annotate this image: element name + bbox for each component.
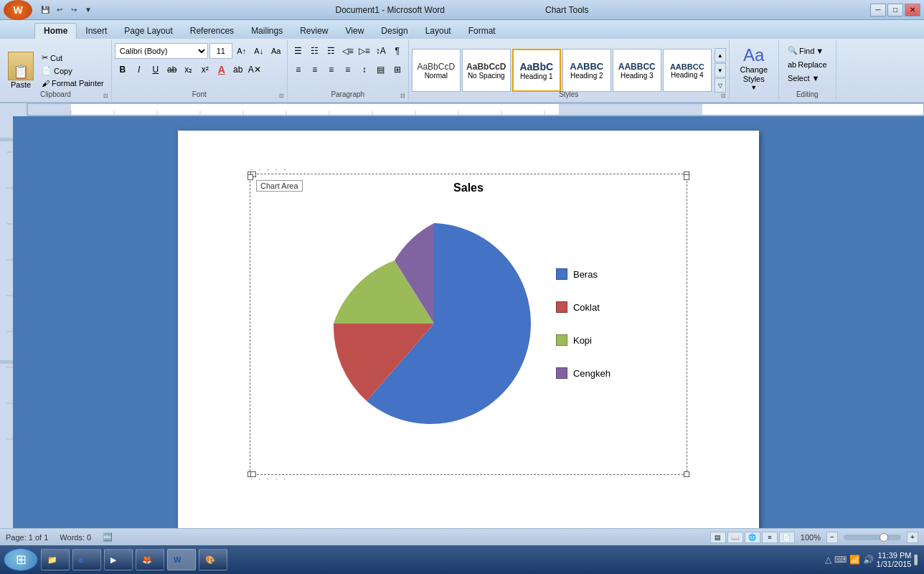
bullets-button[interactable]: ☰ xyxy=(291,43,306,59)
taskbar-word[interactable]: W xyxy=(167,549,196,570)
clear-formatting-button[interactable]: A✕ xyxy=(247,62,263,77)
show-desktop-icon[interactable]: ▌ xyxy=(914,555,920,565)
styles-scroll-up[interactable]: ▲ xyxy=(715,48,726,62)
customize-qa-button[interactable]: ▼ xyxy=(82,4,95,17)
font-name-select[interactable]: Calibri (Body) xyxy=(115,43,208,59)
full-reading-view[interactable]: 📖 xyxy=(727,532,743,543)
style-heading2[interactable]: AABBC Heading 2 xyxy=(562,49,611,92)
style-normal[interactable]: AaBbCcD Normal xyxy=(412,49,461,92)
draft-view[interactable]: 📄 xyxy=(779,532,795,543)
tab-references[interactable]: References xyxy=(182,24,242,39)
maximize-button[interactable]: □ xyxy=(887,4,903,17)
align-left-button[interactable]: ≡ xyxy=(291,62,306,77)
select-button[interactable]: Select ▼ xyxy=(785,72,830,84)
handle-mr[interactable] xyxy=(684,174,689,180)
taskbar-paint[interactable]: 🎨 xyxy=(199,549,227,570)
increase-indent-button[interactable]: ▷≡ xyxy=(357,43,372,59)
format-painter-button[interactable]: 🖌 Format Painter xyxy=(39,77,107,89)
handle-bc[interactable] xyxy=(250,471,256,477)
chart-container[interactable]: · · · · · · · · · · Chart Area Sales xyxy=(250,174,687,475)
document-scroll-area[interactable]: · · · · · · · · · · Chart Area Sales xyxy=(13,116,924,528)
tab-insert[interactable]: Insert xyxy=(77,24,116,39)
copy-button[interactable]: 📄 Copy xyxy=(39,65,107,77)
office-button[interactable]: W xyxy=(4,0,32,20)
start-button[interactable]: ⊞ xyxy=(4,548,38,571)
tab-home[interactable]: Home xyxy=(34,23,77,39)
tab-design[interactable]: Design xyxy=(372,24,416,39)
underline-button[interactable]: U xyxy=(148,62,164,77)
tab-page-layout[interactable]: Page Layout xyxy=(116,24,181,39)
align-center-button[interactable]: ≡ xyxy=(307,62,323,77)
tray-arrow-icon[interactable]: △ xyxy=(825,555,831,565)
taskbar-explorer[interactable]: 📁 xyxy=(41,549,70,570)
clock[interactable]: 11:39 PM 1/31/2015 xyxy=(877,551,912,568)
shading-button[interactable]: ▤ xyxy=(373,62,389,77)
subscript-button[interactable]: x₂ xyxy=(181,62,197,77)
volume-icon[interactable]: 🔊 xyxy=(863,555,874,565)
web-layout-view[interactable]: 🌐 xyxy=(745,532,760,543)
highlight-button[interactable]: ab xyxy=(230,62,246,77)
paragraph-expand-icon[interactable]: ⊡ xyxy=(400,93,405,99)
pie-chart-svg xyxy=(326,216,542,431)
font-expand-icon[interactable]: ⊡ xyxy=(279,93,284,99)
undo-button[interactable]: ↩ xyxy=(53,4,66,17)
tab-layout[interactable]: Layout xyxy=(417,24,460,39)
line-spacing-button[interactable]: ↕ xyxy=(357,62,372,77)
styles-expand-icon[interactable]: ⊡ xyxy=(721,93,726,99)
style-heading1[interactable]: AaBbC Heading 1 xyxy=(512,49,561,92)
taskbar-media[interactable]: ▶ xyxy=(104,549,133,570)
decrease-font-button[interactable]: A↓ xyxy=(251,43,267,59)
find-button[interactable]: 🔍 Find ▼ xyxy=(785,44,830,57)
style-heading3-preview: AABBCC xyxy=(618,62,656,72)
zoom-out-button[interactable]: − xyxy=(826,532,838,543)
numbering-button[interactable]: ☷ xyxy=(307,43,323,59)
legend-item-coklat: Coklat xyxy=(556,301,610,313)
decrease-indent-button[interactable]: ◁≡ xyxy=(340,43,356,59)
taskbar-firefox[interactable]: 🦊 xyxy=(136,549,164,570)
taskbar-ie[interactable]: e xyxy=(72,549,101,570)
superscript-button[interactable]: x² xyxy=(197,62,213,77)
paste-button[interactable]: 📋 Paste xyxy=(4,50,37,91)
minimize-button[interactable]: ─ xyxy=(870,4,886,17)
style-heading3[interactable]: AABBCC Heading 3 xyxy=(613,49,661,92)
style-heading4[interactable]: AABBCC Heading 4 xyxy=(663,49,712,92)
outline-view[interactable]: ≡ xyxy=(762,532,778,543)
increase-font-button[interactable]: A↑ xyxy=(234,43,250,59)
style-heading3-label: Heading 3 xyxy=(621,72,654,80)
zoom-in-button[interactable]: + xyxy=(907,532,918,543)
tab-review[interactable]: Review xyxy=(291,24,336,39)
close-button[interactable]: ✕ xyxy=(905,4,920,17)
align-right-button[interactable]: ≡ xyxy=(324,62,339,77)
handle-br[interactable] xyxy=(684,471,689,477)
show-hide-button[interactable]: ¶ xyxy=(390,43,405,59)
italic-button[interactable]: I xyxy=(131,62,147,77)
change-case-button[interactable]: Aa xyxy=(268,43,284,59)
change-styles-button[interactable]: Aa ChangeStyles ▼ xyxy=(732,42,776,95)
style-normal-label: Normal xyxy=(425,72,448,80)
border-button[interactable]: ⊞ xyxy=(390,62,405,77)
tab-view[interactable]: View xyxy=(337,24,373,39)
font-size-input[interactable] xyxy=(209,43,232,59)
style-no-spacing[interactable]: AaBbCcD No Spacing xyxy=(462,49,511,92)
cut-button[interactable]: ✂ Cut xyxy=(39,52,107,64)
strikethrough-button[interactable]: ab xyxy=(164,62,180,77)
clipboard-expand-icon[interactable]: ⊡ xyxy=(103,93,108,99)
sort-button[interactable]: ↕A xyxy=(373,43,389,59)
tab-mailings[interactable]: Mailings xyxy=(242,24,291,39)
bold-button[interactable]: B xyxy=(115,62,131,77)
justify-button[interactable]: ≡ xyxy=(340,62,356,77)
clipboard-small-buttons: ✂ Cut 📄 Copy 🖌 Format Painter xyxy=(39,52,107,89)
handle-ml[interactable] xyxy=(248,174,253,180)
keyboard-icon[interactable]: ⌨ xyxy=(834,555,847,565)
vertical-ruler xyxy=(0,116,13,528)
redo-button[interactable]: ↪ xyxy=(67,4,80,17)
styles-scroll-down[interactable]: ▼ xyxy=(715,63,726,77)
network-icon[interactable]: 📶 xyxy=(849,555,860,565)
replace-button[interactable]: ab Replace xyxy=(785,59,830,70)
save-button[interactable]: 💾 xyxy=(39,4,52,17)
print-layout-view[interactable]: ▤ xyxy=(710,532,726,543)
multilevel-button[interactable]: ☶ xyxy=(324,43,339,59)
zoom-slider[interactable] xyxy=(844,535,901,540)
tab-format[interactable]: Format xyxy=(460,24,504,39)
font-color-button[interactable]: A xyxy=(214,62,230,77)
